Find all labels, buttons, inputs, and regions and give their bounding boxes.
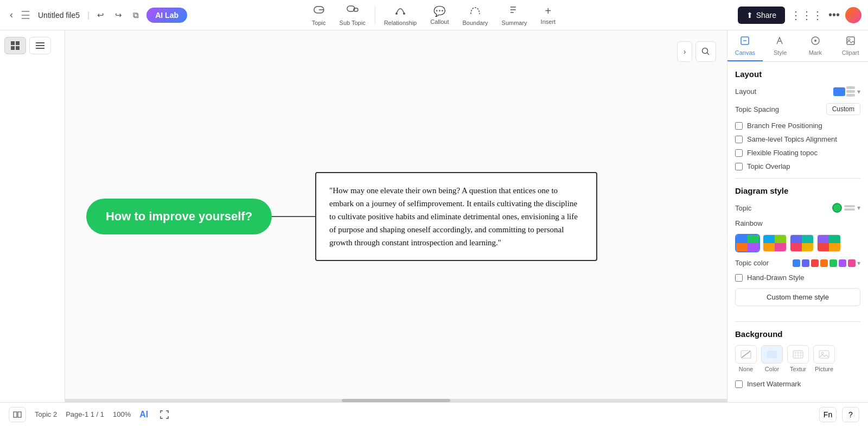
insert-tool[interactable]: + Insert bbox=[534, 3, 563, 27]
color-swatch-pink[interactable] bbox=[848, 259, 856, 267]
mindmap-container: How to improve yourself? "How may one el… bbox=[86, 172, 597, 261]
rainbow-opt-2[interactable] bbox=[762, 234, 787, 252]
bg-picture[interactable]: Picture bbox=[813, 345, 835, 372]
more-colors-button[interactable]: ▾ bbox=[857, 259, 860, 267]
topic-tool[interactable]: Topic bbox=[305, 2, 333, 28]
color-swatch-red[interactable] bbox=[811, 259, 819, 267]
status-bar: Topic 2 Page-1 1 / 1 100% AI Fn ? bbox=[0, 402, 868, 426]
layout-dropdown-arrow[interactable]: ▾ bbox=[857, 88, 860, 96]
topic-count: Topic 2 bbox=[35, 410, 57, 418]
tab-clipart[interactable]: Clipart bbox=[833, 30, 868, 61]
bg-texture[interactable]: Textur bbox=[787, 345, 809, 372]
svg-rect-26 bbox=[767, 351, 777, 358]
fullscreen-button[interactable] bbox=[157, 408, 172, 421]
color-dots[interactable]: ▾ bbox=[793, 259, 860, 267]
copy-button[interactable]: ⧉ bbox=[130, 8, 142, 22]
relationship-tool[interactable]: Relationship bbox=[378, 2, 424, 28]
relationship-icon bbox=[394, 4, 406, 18]
layout-dots bbox=[846, 86, 855, 97]
topic-style-row: Topic ▾ bbox=[735, 203, 860, 213]
avatar[interactable] bbox=[845, 7, 861, 23]
list-view-button[interactable] bbox=[29, 37, 51, 54]
summary-tool[interactable]: Summary bbox=[495, 2, 534, 28]
bg-none[interactable]: None bbox=[735, 345, 757, 372]
rainbow-opt-3[interactable] bbox=[789, 234, 814, 252]
horizontal-scrollbar[interactable] bbox=[65, 399, 727, 402]
map-icon bbox=[13, 411, 22, 418]
sub-node[interactable]: "How may one elevate their own being? A … bbox=[315, 172, 597, 261]
canvas-search-button[interactable] bbox=[695, 41, 716, 62]
rainbow-label: Rainbow bbox=[735, 219, 763, 227]
topic-overlap-checkbox[interactable] bbox=[735, 163, 743, 170]
panel-collapse-button[interactable]: › bbox=[677, 41, 692, 62]
rainbow-opt-1[interactable] bbox=[735, 234, 760, 252]
layout-section-title: Layout bbox=[735, 69, 860, 79]
left-sidebar bbox=[0, 30, 65, 402]
svg-point-5 bbox=[403, 12, 405, 15]
same-level-row: Same-level Topics Alignment bbox=[735, 135, 860, 143]
topic-spacing-label: Topic Spacing bbox=[735, 105, 779, 113]
tab-mark[interactable]: Mark bbox=[798, 30, 833, 61]
back-button[interactable]: ‹ bbox=[7, 7, 16, 23]
color-swatch-orange[interactable] bbox=[820, 259, 828, 267]
rainbow-opt-4[interactable] bbox=[816, 234, 841, 252]
subtopic-tool[interactable]: Sub Topic bbox=[333, 2, 373, 28]
share-icon: ⬆ bbox=[746, 11, 753, 20]
bg-none-label: None bbox=[739, 366, 753, 372]
color-swatch-green[interactable] bbox=[829, 259, 837, 267]
insert-label: Insert bbox=[541, 18, 556, 25]
rainbow-options bbox=[735, 234, 860, 252]
redo-button[interactable]: ↪ bbox=[112, 8, 125, 22]
topic-spacing-value: Custom bbox=[826, 103, 860, 115]
bg-none-icon bbox=[735, 345, 757, 364]
topic-color-row: Topic color ▾ bbox=[735, 259, 860, 267]
ai-lab-button[interactable]: AI Lab bbox=[146, 8, 187, 23]
layout-value[interactable]: ▾ bbox=[833, 86, 860, 97]
topic-style-label: Topic bbox=[735, 204, 751, 212]
svg-rect-9 bbox=[11, 41, 15, 45]
tab-canvas[interactable]: Canvas bbox=[727, 30, 763, 61]
same-level-checkbox[interactable] bbox=[735, 136, 743, 143]
branch-free-label: Branch Free Positioning bbox=[747, 122, 822, 130]
callout-tool[interactable]: 💬 Callout bbox=[424, 3, 456, 27]
undo-button[interactable]: ↩ bbox=[94, 8, 107, 22]
hamburger-menu[interactable]: ☰ bbox=[21, 9, 30, 22]
central-node[interactable]: How to improve yourself? bbox=[86, 199, 272, 234]
boundary-tool[interactable]: Boundary bbox=[456, 2, 495, 28]
grid-view-button[interactable] bbox=[4, 37, 26, 54]
scrollbar-thumb[interactable] bbox=[342, 399, 450, 402]
watermark-checkbox[interactable] bbox=[735, 380, 743, 388]
flexible-checkbox[interactable] bbox=[735, 149, 743, 157]
style-tab-label: Style bbox=[774, 49, 787, 56]
branch-free-row: Branch Free Positioning bbox=[735, 122, 860, 130]
bg-color[interactable]: Color bbox=[761, 345, 783, 372]
color-swatch-blue[interactable] bbox=[793, 259, 800, 267]
layout-section: Layout Layout ▾ bbox=[735, 69, 860, 170]
tab-style[interactable]: Style bbox=[763, 30, 798, 61]
custom-theme-button[interactable]: Custom theme style bbox=[735, 288, 860, 306]
help-button[interactable]: ? bbox=[842, 407, 859, 422]
toolbar-divider bbox=[375, 7, 375, 24]
canvas-area[interactable]: How to improve yourself? "How may one el… bbox=[65, 30, 727, 402]
background-title: Background bbox=[735, 329, 860, 339]
style-tab-icon bbox=[775, 36, 785, 48]
topic-style-value[interactable]: ▾ bbox=[832, 203, 860, 213]
color-swatch-indigo[interactable] bbox=[802, 259, 809, 267]
topic-overlap-row: Topic Overlap bbox=[735, 162, 860, 170]
clipart-tab-icon bbox=[846, 36, 856, 48]
fn-button[interactable]: Fn bbox=[819, 407, 837, 422]
map-view-button[interactable] bbox=[9, 407, 26, 422]
layout-label: Layout bbox=[735, 87, 756, 96]
branch-free-checkbox[interactable] bbox=[735, 122, 743, 130]
share-button[interactable]: ⬆ Share bbox=[738, 7, 785, 24]
more-options-icon[interactable]: ••• bbox=[828, 9, 840, 21]
color-swatch-purple[interactable] bbox=[839, 259, 846, 267]
apps-grid-icon[interactable]: ⋮⋮⋮ bbox=[790, 9, 823, 22]
toolbar-center: Topic Sub Topic Relationship 💬 Callout B… bbox=[305, 2, 563, 28]
divider-2 bbox=[735, 321, 860, 322]
divider: | bbox=[87, 10, 90, 20]
ai-button[interactable]: AI bbox=[139, 410, 148, 419]
bg-color-icon bbox=[761, 345, 783, 364]
hand-drawn-checkbox[interactable] bbox=[735, 274, 743, 282]
topic-style-dropdown[interactable]: ▾ bbox=[857, 204, 860, 212]
